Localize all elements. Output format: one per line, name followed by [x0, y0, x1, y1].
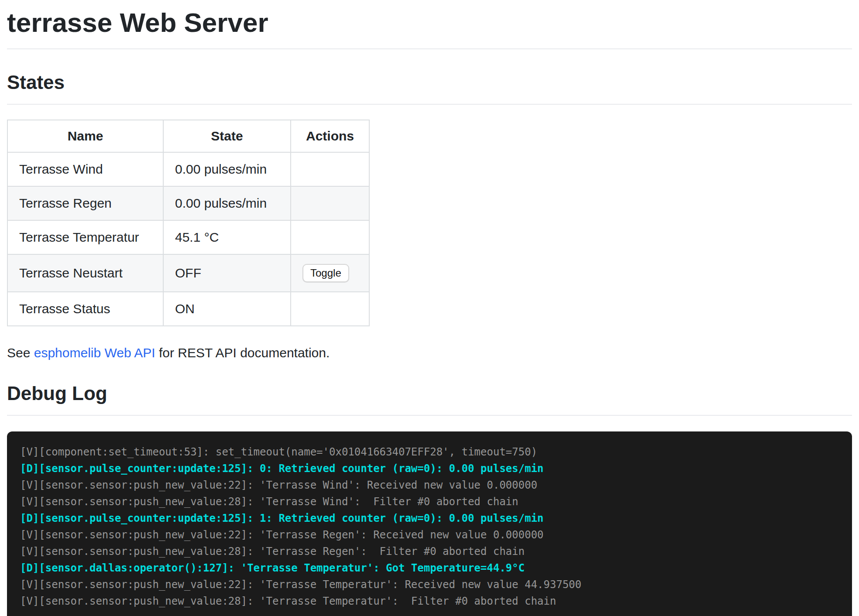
- state-value: OFF: [163, 254, 291, 292]
- state-name: Terrasse Regen: [7, 186, 163, 220]
- state-actions-cell: Toggle: [291, 254, 369, 292]
- column-header-name: Name: [7, 120, 163, 152]
- api-note: See esphomelib Web API for REST API docu…: [7, 346, 852, 360]
- state-actions-cell: [291, 220, 369, 254]
- table-row-terrasse-status: Terrasse Status ON: [7, 292, 369, 326]
- log-line: [V][sensor.sensor:push_new_value:22]: 'T…: [20, 477, 839, 493]
- column-header-state: State: [163, 120, 291, 152]
- log-line: [V][sensor.sensor:push_new_value:28]: 'T…: [20, 593, 839, 609]
- log-line: [V][sensor.sensor:push_new_value:22]: 'T…: [20, 576, 839, 593]
- toggle-button[interactable]: Toggle: [302, 264, 349, 282]
- api-note-suffix: for REST API documentation.: [155, 346, 330, 360]
- column-header-actions: Actions: [291, 120, 369, 152]
- web-server-page: terrasse Web Server States Name State Ac…: [0, 0, 859, 616]
- page-title: terrasse Web Server: [7, 7, 852, 38]
- divider: [7, 48, 852, 49]
- log-line: [D][sensor.dallas:operator():127]: 'Terr…: [20, 560, 839, 576]
- log-line: [V][component:set_timeout:53]: set_timeo…: [20, 444, 839, 460]
- debug-log-heading: Debug Log: [7, 382, 852, 405]
- state-actions-cell: [291, 292, 369, 326]
- divider: [7, 104, 852, 105]
- state-actions-cell: [291, 186, 369, 220]
- state-value: 0.00 pulses/min: [163, 152, 291, 186]
- divider: [7, 415, 852, 416]
- table-row-terrasse-temperatur: Terrasse Temperatur 45.1 °C: [7, 220, 369, 254]
- table-row-terrasse-regen: Terrasse Regen 0.00 pulses/min: [7, 186, 369, 220]
- log-line: [D][sensor.pulse_counter:update:125]: 1:…: [20, 510, 839, 527]
- state-value: 45.1 °C: [163, 220, 291, 254]
- state-value: 0.00 pulses/min: [163, 186, 291, 220]
- states-heading: States: [7, 71, 852, 94]
- state-value: ON: [163, 292, 291, 326]
- log-line: [V][sensor.sensor:push_new_value:28]: 'T…: [20, 543, 839, 560]
- state-name: Terrasse Neustart: [7, 254, 163, 292]
- table-row-terrasse-neustart: Terrasse Neustart OFF Toggle: [7, 254, 369, 292]
- esphomelib-web-api-link[interactable]: esphomelib Web API: [34, 346, 155, 360]
- state-name: Terrasse Wind: [7, 152, 163, 186]
- state-name: Terrasse Status: [7, 292, 163, 326]
- log-line: [V][sensor.sensor:push_new_value:22]: 'T…: [20, 527, 839, 543]
- log-line: [D][sensor.pulse_counter:update:125]: 0:…: [20, 460, 839, 477]
- log-line: [V][sensor.sensor:push_new_value:28]: 'T…: [20, 493, 839, 510]
- table-row-terrasse-wind: Terrasse Wind 0.00 pulses/min: [7, 152, 369, 186]
- debug-log-console: [V][component:set_timeout:53]: set_timeo…: [7, 431, 852, 616]
- state-name: Terrasse Temperatur: [7, 220, 163, 254]
- table-header-row: Name State Actions: [7, 120, 369, 152]
- api-note-prefix: See: [7, 346, 34, 360]
- states-table: Name State Actions Terrasse Wind 0.00 pu…: [7, 120, 370, 326]
- state-actions-cell: [291, 152, 369, 186]
